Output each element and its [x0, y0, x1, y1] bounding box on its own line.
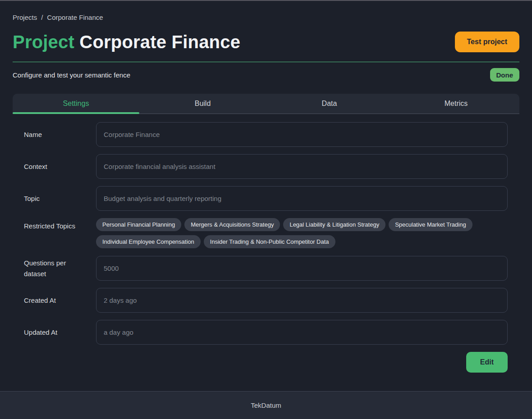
- form-row-context: Context: [24, 154, 508, 179]
- questions-per-dataset-label: Questions per dataset: [24, 258, 83, 279]
- edit-row: Edit: [24, 352, 508, 373]
- restricted-topics-label: Restricted Topics: [24, 218, 83, 232]
- name-input[interactable]: [96, 122, 508, 147]
- topic-label: Topic: [24, 193, 83, 204]
- breadcrumb-projects[interactable]: Projects: [13, 14, 37, 21]
- form-row-created-at: Created At: [24, 288, 508, 313]
- created-at-label: Created At: [24, 295, 83, 306]
- context-label: Context: [24, 161, 83, 172]
- page-title-name: Corporate Finance: [79, 32, 240, 52]
- page-title-prefix: Project: [13, 32, 74, 52]
- restricted-topics-chips: Personal Financial Planning Mergers & Ac…: [96, 218, 508, 248]
- questions-per-dataset-input[interactable]: [96, 256, 508, 281]
- restricted-topic-chip: Individual Employee Compensation: [96, 235, 201, 248]
- header: Project Corporate Finance Test project: [13, 31, 519, 53]
- footer: TekDatum: [0, 391, 532, 419]
- settings-form: Name Context Topic Restricted Topics Per…: [13, 122, 519, 373]
- updated-at-label: Updated At: [24, 327, 83, 338]
- tab-data[interactable]: Data: [266, 94, 393, 114]
- tab-build[interactable]: Build: [139, 94, 266, 114]
- form-row-updated-at: Updated At: [24, 320, 508, 345]
- test-project-button[interactable]: Test project: [455, 32, 520, 52]
- restricted-topic-chip: Legal Liability & Litigation Strategy: [283, 218, 385, 231]
- restricted-topic-chip: Mergers & Acquisitions Strategy: [184, 218, 280, 231]
- done-button[interactable]: Done: [490, 68, 520, 82]
- tab-metrics[interactable]: Metrics: [393, 94, 519, 114]
- footer-brand: TekDatum: [251, 401, 281, 409]
- form-row-restricted-topics: Restricted Topics Personal Financial Pla…: [24, 218, 508, 248]
- page-title: Project Corporate Finance: [13, 31, 240, 53]
- tab-bar: Settings Build Data Metrics: [13, 94, 519, 114]
- created-at-input[interactable]: [96, 288, 508, 313]
- restricted-topic-chip: Personal Financial Planning: [96, 218, 181, 231]
- context-input[interactable]: [96, 154, 508, 179]
- main-page: Projects / Corporate Finance Project Cor…: [0, 1, 532, 391]
- form-row-name: Name: [24, 122, 508, 147]
- name-label: Name: [24, 129, 83, 140]
- breadcrumb: Projects / Corporate Finance: [13, 1, 519, 21]
- subheader: Configure and test your semantic fence D…: [13, 68, 519, 82]
- form-row-topic: Topic: [24, 186, 508, 211]
- form-row-questions-per-dataset: Questions per dataset: [24, 256, 508, 281]
- updated-at-input[interactable]: [96, 320, 508, 345]
- edit-button[interactable]: Edit: [466, 352, 508, 373]
- breadcrumb-separator: /: [41, 14, 43, 21]
- tab-settings[interactable]: Settings: [13, 94, 139, 114]
- restricted-topic-chip: Speculative Market Trading: [389, 218, 472, 231]
- page-subtitle: Configure and test your semantic fence: [13, 71, 130, 79]
- topic-input[interactable]: [96, 186, 508, 211]
- restricted-topic-chip: Insider Trading & Non-Public Competitor …: [204, 235, 335, 248]
- breadcrumb-current: Corporate Finance: [47, 14, 103, 21]
- title-divider: [13, 62, 519, 62]
